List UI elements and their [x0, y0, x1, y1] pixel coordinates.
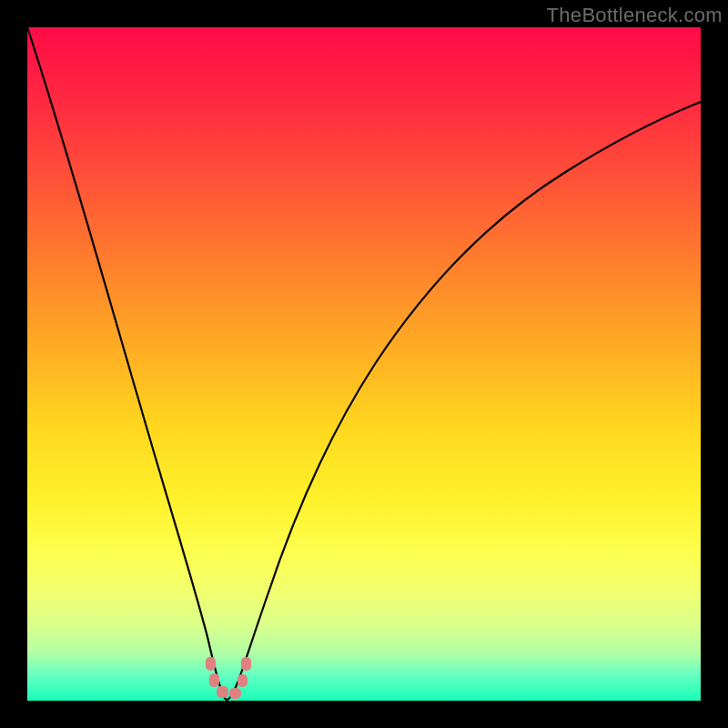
- plot-area: [27, 27, 701, 701]
- bottleneck-curve-path: [27, 27, 701, 700]
- min-marker-dot: [217, 686, 228, 698]
- min-marker-dot: [206, 657, 216, 671]
- chart-frame: TheBottleneck.com: [0, 0, 728, 728]
- min-marker-dot: [238, 674, 248, 687]
- min-marker-dot: [229, 688, 241, 699]
- watermark-text: TheBottleneck.com: [547, 4, 723, 27]
- min-marker-dot: [209, 673, 219, 687]
- min-marker-dot: [241, 657, 251, 671]
- min-marker-group: [206, 657, 251, 699]
- bottleneck-curve-svg: [27, 27, 701, 701]
